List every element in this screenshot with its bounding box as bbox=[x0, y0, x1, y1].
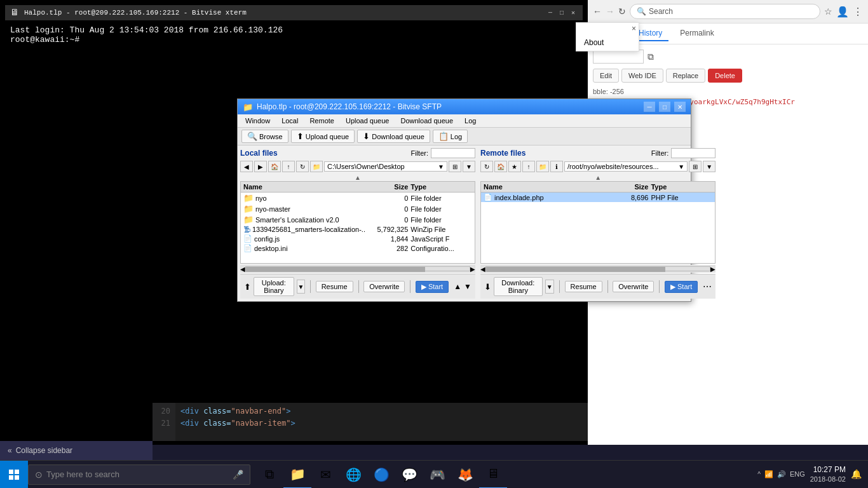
taskbar-app-app1[interactable]: 🦊 bbox=[451, 461, 479, 489]
download-mode-dropdown[interactable]: ▼ bbox=[545, 280, 554, 294]
sftp-maximize[interactable]: □ bbox=[659, 102, 670, 112]
remote-file-row[interactable]: 📄index.blade.php 8,696 PHP File bbox=[481, 193, 715, 202]
remote-scrollbar[interactable]: ◀ ▶ bbox=[480, 265, 715, 273]
upload-up-arrow[interactable]: ▲ bbox=[454, 282, 461, 291]
sftp-close[interactable]: ✕ bbox=[674, 102, 686, 112]
nav-refresh-icon[interactable]: ↻ bbox=[618, 6, 626, 17]
delete-button[interactable]: Delete bbox=[708, 69, 742, 83]
local-back-btn[interactable]: ◀ bbox=[240, 161, 253, 172]
local-file-row[interactable]: 📁nyo-master 0 File folder bbox=[241, 203, 475, 214]
remote-path[interactable]: /root/nyo/website/resources... ▼ bbox=[564, 161, 688, 172]
local-file-row[interactable]: 📁Smarter's Localization v2.0 0 File fold… bbox=[241, 214, 475, 225]
log-button[interactable]: 📋 Log bbox=[433, 130, 468, 143]
hash-input[interactable]: 03ef45df bbox=[593, 50, 644, 64]
sidebar-collapse[interactable]: « Collapse sidebar bbox=[0, 441, 153, 460]
local-file-row[interactable]: 📄desktop.ini 282 Configuratio... bbox=[241, 243, 475, 253]
taskbar-app-file-explorer[interactable]: 📁 bbox=[283, 461, 311, 489]
remote-resume-button[interactable]: Resume bbox=[565, 281, 602, 292]
local-home-btn[interactable]: 🏠 bbox=[268, 161, 281, 172]
taskbar-app-discord[interactable]: 🎮 bbox=[423, 461, 451, 489]
remote-refresh-btn[interactable]: ↻ bbox=[480, 161, 493, 172]
sftp-minimize[interactable]: ─ bbox=[644, 102, 655, 112]
sftp-menu-upload[interactable]: Upload queue bbox=[341, 116, 395, 126]
nav-back-icon[interactable]: ← bbox=[593, 6, 602, 17]
resume-button[interactable]: Resume bbox=[316, 281, 353, 292]
remote-path-dropdown[interactable]: ▼ bbox=[678, 163, 684, 170]
upload-mode-button[interactable]: Upload: Binary bbox=[254, 277, 294, 296]
remote-grid-btn[interactable]: ⊞ bbox=[689, 161, 702, 172]
taskbar-app-task-view[interactable]: ⧉ bbox=[255, 461, 283, 489]
remote-filter-input[interactable] bbox=[671, 148, 715, 158]
remote-scroll-left[interactable]: ◀ bbox=[480, 266, 485, 273]
remote-info-btn[interactable]: ℹ bbox=[550, 161, 563, 172]
taskbar-search-box[interactable]: ⊙ Type here to search 🎤 bbox=[28, 464, 250, 485]
local-file-row[interactable]: 🗜1339425681_smarters-localization-... 5,… bbox=[241, 225, 475, 234]
scroll-thumb[interactable] bbox=[246, 267, 425, 272]
remote-new-btn[interactable]: 📁 bbox=[536, 161, 549, 172]
remote-up-btn[interactable]: ↑ bbox=[522, 161, 535, 172]
remote-scroll-thumb[interactable] bbox=[486, 267, 665, 272]
upload-down-arrow[interactable]: ▼ bbox=[464, 282, 471, 291]
upload-queue-button[interactable]: ⬆ Upload queue bbox=[291, 130, 355, 143]
remote-scroll-track[interactable] bbox=[485, 266, 710, 271]
about-popup-item[interactable]: About bbox=[576, 34, 639, 51]
taskbar-app-skype[interactable]: 💬 bbox=[395, 461, 423, 489]
taskbar-app-edge[interactable]: 🌐 bbox=[339, 461, 367, 489]
remote-scroll-right[interactable]: ▶ bbox=[710, 266, 715, 273]
local-file-row[interactable]: 📁nyo 0 File folder bbox=[241, 193, 475, 203]
bookmark-icon[interactable]: ☆ bbox=[824, 6, 832, 17]
taskbar-voice-icon[interactable]: 🎤 bbox=[233, 470, 243, 480]
local-scrollbar[interactable]: ◀ ▶ bbox=[240, 265, 475, 273]
remote-home-btn[interactable]: 🏠 bbox=[494, 161, 507, 172]
sftp-window-controls[interactable]: ─ □ ✕ bbox=[644, 102, 686, 112]
taskbar-app-bitvise[interactable]: 🖥 bbox=[479, 461, 507, 489]
scroll-left[interactable]: ◀ bbox=[240, 266, 245, 273]
about-popup-close[interactable]: × bbox=[632, 24, 636, 33]
taskbar-app-mail[interactable]: ✉ bbox=[311, 461, 339, 489]
edit-button[interactable]: Edit bbox=[593, 69, 619, 83]
local-path[interactable]: C:\Users\Owner\Desktop ▼ bbox=[324, 161, 447, 172]
scroll-track[interactable] bbox=[245, 266, 470, 271]
sftp-menu-remote[interactable]: Remote bbox=[304, 116, 339, 126]
tab-permalink[interactable]: Permalink bbox=[674, 26, 720, 41]
download-extra[interactable]: ⋯ bbox=[703, 281, 712, 292]
start-upload-button[interactable]: ▶ Start bbox=[416, 281, 449, 293]
browser-search-box[interactable]: 🔍 Search bbox=[630, 4, 820, 19]
local-more-btn[interactable]: ▼ bbox=[463, 161, 475, 172]
local-refresh-btn[interactable]: ↻ bbox=[296, 161, 309, 172]
start-download-button[interactable]: ▶ Start bbox=[665, 281, 698, 293]
taskbar-app-chrome[interactable]: 🔵 bbox=[367, 461, 395, 489]
local-sort-arrow[interactable]: ▲ bbox=[240, 174, 475, 181]
remote-more-btn[interactable]: ▼ bbox=[703, 161, 715, 172]
local-path-dropdown[interactable]: ▼ bbox=[438, 163, 444, 170]
local-forward-btn[interactable]: ▶ bbox=[254, 161, 267, 172]
local-up-btn[interactable]: ↑ bbox=[282, 161, 295, 172]
webide-button[interactable]: Web IDE bbox=[621, 69, 663, 83]
menu-icon[interactable]: ⋮ bbox=[853, 6, 863, 18]
remote-bookmark-btn[interactable]: ★ bbox=[508, 161, 521, 172]
systray-expand[interactable]: ^ bbox=[757, 471, 761, 478]
nav-forward-icon[interactable]: → bbox=[606, 6, 614, 17]
terminal-maximize[interactable]: □ bbox=[557, 8, 566, 17]
terminal-close[interactable]: ✕ bbox=[569, 8, 578, 17]
remote-overwrite-button[interactable]: Overwrite bbox=[613, 281, 654, 292]
sftp-menu-log[interactable]: Log bbox=[459, 116, 481, 126]
systray-volume-icon[interactable]: 🔊 bbox=[777, 470, 786, 478]
local-grid-btn[interactable]: ⊞ bbox=[449, 161, 461, 172]
local-new-btn[interactable]: 📁 bbox=[310, 161, 323, 172]
download-queue-button[interactable]: ⬇ Download queue bbox=[357, 130, 430, 143]
sftp-menu-download[interactable]: Download queue bbox=[395, 116, 458, 126]
local-filter-input[interactable] bbox=[431, 148, 475, 158]
terminal-minimize[interactable]: ─ bbox=[546, 8, 555, 17]
user-icon[interactable]: 👤 bbox=[836, 6, 849, 18]
terminal-controls[interactable]: ─ □ ✕ bbox=[546, 8, 578, 17]
sftp-menu-local[interactable]: Local bbox=[276, 116, 303, 126]
download-mode-button[interactable]: Download: Binary bbox=[494, 277, 543, 296]
browse-button[interactable]: 🔍 Browse bbox=[241, 130, 288, 143]
replace-button[interactable]: Replace bbox=[666, 69, 705, 83]
copy-icon[interactable]: ⧉ bbox=[648, 51, 654, 62]
upload-mode-dropdown[interactable]: ▼ bbox=[297, 280, 305, 294]
scroll-right[interactable]: ▶ bbox=[470, 266, 475, 273]
notifications-icon[interactable]: 🔔 bbox=[851, 469, 862, 479]
remote-sort-arrow[interactable]: ▲ bbox=[480, 174, 715, 181]
